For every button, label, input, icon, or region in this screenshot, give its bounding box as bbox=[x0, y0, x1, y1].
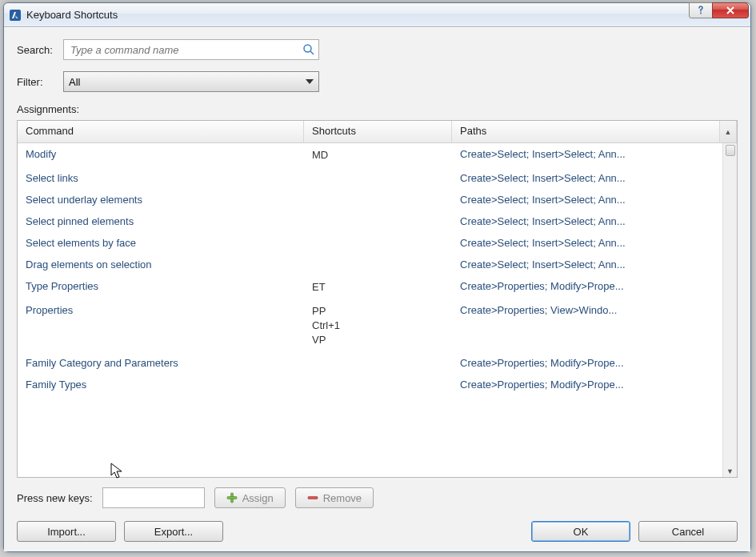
table-row[interactable]: Type PropertiesETCreate>Properties; Modi… bbox=[18, 275, 737, 299]
import-button[interactable]: Import... bbox=[17, 521, 116, 542]
cell-paths: Create>Properties; View>Windo... bbox=[452, 304, 737, 347]
column-header-command[interactable]: Command bbox=[18, 121, 304, 142]
search-input[interactable] bbox=[70, 44, 302, 56]
cell-shortcuts bbox=[304, 258, 452, 270]
close-icon bbox=[726, 6, 735, 14]
titlebar[interactable]: Keyboard Shortcuts bbox=[4, 3, 750, 27]
cell-command: Family Category and Parameters bbox=[18, 357, 304, 369]
cell-command: Modify bbox=[18, 148, 304, 162]
minus-icon bbox=[307, 492, 318, 503]
filter-value: All bbox=[69, 76, 80, 88]
cell-shortcuts: PPCtrl+1VP bbox=[304, 304, 452, 347]
cell-shortcuts bbox=[304, 237, 452, 249]
assign-button[interactable]: Assign bbox=[214, 487, 286, 508]
search-icon[interactable] bbox=[302, 43, 315, 56]
table-row[interactable]: Select underlay elementsCreate>Select; I… bbox=[18, 189, 737, 210]
cell-paths: Create>Select; Insert>Select; Ann... bbox=[452, 194, 737, 206]
svg-line-2 bbox=[310, 51, 314, 54]
cell-paths: Create>Select; Insert>Select; Ann... bbox=[452, 258, 737, 270]
ok-button[interactable]: OK bbox=[531, 521, 630, 542]
table-row[interactable]: ModifyMDCreate>Select; Insert>Select; An… bbox=[18, 143, 737, 167]
table-row[interactable]: Select elements by faceCreate>Select; In… bbox=[18, 232, 737, 254]
scrollbar-thumb[interactable] bbox=[726, 145, 735, 156]
filter-dropdown[interactable]: All bbox=[63, 71, 319, 92]
cell-paths: Create>Select; Insert>Select; Ann... bbox=[452, 215, 737, 227]
press-keys-label: Press new keys: bbox=[17, 492, 93, 504]
cell-paths: Create>Select; Insert>Select; Ann... bbox=[452, 148, 737, 162]
vertical-scrollbar[interactable]: ▼ bbox=[722, 143, 737, 477]
cell-shortcuts: ET bbox=[304, 280, 452, 295]
cell-paths: Create>Properties; Modify>Prope... bbox=[452, 280, 737, 295]
help-button[interactable] bbox=[689, 2, 713, 18]
export-button[interactable]: Export... bbox=[124, 521, 223, 542]
table-row[interactable]: Select pinned elementsCreate>Select; Ins… bbox=[18, 210, 737, 232]
cell-shortcuts bbox=[304, 379, 452, 391]
plus-icon bbox=[226, 492, 238, 503]
close-button[interactable] bbox=[712, 2, 749, 18]
cell-command: Family Types bbox=[18, 379, 304, 391]
cell-shortcuts bbox=[304, 357, 452, 369]
cell-command: Select pinned elements bbox=[18, 215, 304, 227]
table-row[interactable]: Drag elements on selectionCreate>Select;… bbox=[18, 254, 737, 275]
table-row[interactable]: Family TypesCreate>Properties; Modify>Pr… bbox=[18, 374, 737, 395]
svg-point-1 bbox=[304, 45, 311, 52]
table-row[interactable]: PropertiesPPCtrl+1VPCreate>Properties; V… bbox=[18, 299, 737, 352]
svg-rect-4 bbox=[227, 497, 237, 499]
cell-command: Select underlay elements bbox=[18, 194, 304, 206]
remove-button[interactable]: Remove bbox=[295, 487, 374, 508]
cell-command: Type Properties bbox=[18, 280, 304, 295]
scroll-up-icon[interactable]: ▲ bbox=[720, 121, 737, 142]
assignments-label: Assignments: bbox=[17, 103, 738, 115]
cell-command: Drag elements on selection bbox=[18, 258, 304, 270]
cell-paths: Create>Select; Insert>Select; Ann... bbox=[452, 172, 737, 184]
scroll-down-icon[interactable]: ▼ bbox=[726, 467, 734, 475]
assignments-grid: Command Shortcuts Paths ▲ ModifyMDCreate… bbox=[17, 120, 738, 478]
cell-paths: Create>Select; Insert>Select; Ann... bbox=[452, 237, 737, 249]
column-header-shortcuts[interactable]: Shortcuts bbox=[304, 121, 452, 142]
search-field[interactable] bbox=[63, 39, 319, 60]
grid-body[interactable]: ModifyMDCreate>Select; Insert>Select; An… bbox=[18, 143, 737, 477]
table-row[interactable]: Select linksCreate>Select; Insert>Select… bbox=[18, 167, 737, 189]
new-keys-input[interactable] bbox=[102, 487, 205, 508]
search-label: Search: bbox=[17, 44, 63, 56]
filter-label: Filter: bbox=[17, 76, 63, 88]
chevron-down-icon bbox=[306, 79, 314, 84]
help-icon bbox=[696, 6, 706, 15]
grid-header: Command Shortcuts Paths ▲ bbox=[18, 121, 737, 143]
cell-paths: Create>Properties; Modify>Prope... bbox=[452, 379, 737, 391]
dialog-content: Search: Filter: All Assignments: Command… bbox=[4, 27, 750, 551]
cell-shortcuts bbox=[304, 172, 452, 184]
cell-command: Properties bbox=[18, 304, 304, 347]
column-header-paths[interactable]: Paths bbox=[452, 121, 720, 142]
cell-shortcuts bbox=[304, 194, 452, 206]
cell-shortcuts bbox=[304, 215, 452, 227]
keyboard-shortcuts-dialog: Keyboard Shortcuts Search: bbox=[3, 2, 751, 552]
cancel-button[interactable]: Cancel bbox=[638, 521, 738, 542]
cell-command: Select links bbox=[18, 172, 304, 184]
cell-shortcuts: MD bbox=[304, 148, 452, 162]
cell-paths: Create>Properties; Modify>Prope... bbox=[452, 357, 737, 369]
svg-rect-5 bbox=[308, 497, 318, 499]
table-row[interactable]: Family Category and ParametersCreate>Pro… bbox=[18, 352, 737, 374]
window-title: Keyboard Shortcuts bbox=[26, 9, 747, 21]
cell-command: Select elements by face bbox=[18, 237, 304, 249]
app-icon bbox=[9, 9, 22, 22]
